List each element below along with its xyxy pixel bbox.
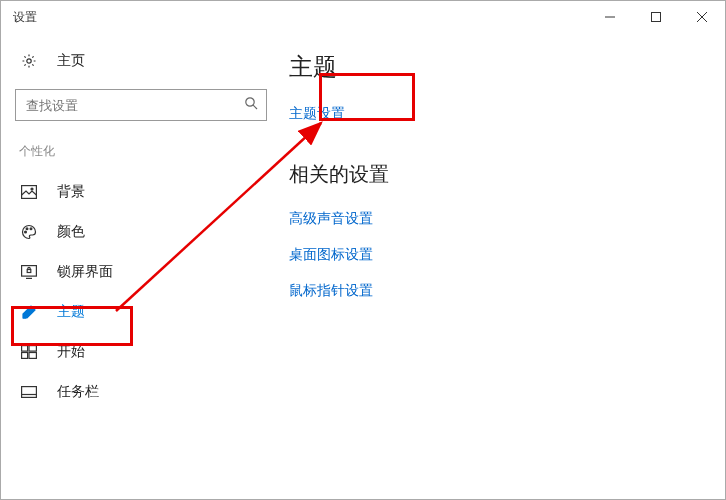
related-link-mouse-pointer[interactable]: 鼠标指针设置	[281, 274, 381, 308]
svg-point-9	[25, 231, 27, 233]
page-heading: 主题	[281, 51, 725, 83]
close-button[interactable]	[679, 1, 725, 33]
nav-item-themes[interactable]: 主题	[1, 292, 281, 332]
svg-rect-18	[29, 353, 36, 359]
svg-rect-17	[22, 353, 28, 359]
window-controls	[587, 1, 725, 33]
section-label: 个性化	[1, 139, 281, 172]
svg-point-4	[27, 59, 31, 63]
search-icon	[244, 96, 258, 114]
nav-item-taskbar[interactable]: 任务栏	[1, 372, 281, 412]
nav-label: 主题	[57, 303, 85, 321]
titlebar: 设置	[1, 1, 725, 33]
theme-icon	[19, 304, 39, 320]
sidebar: 主页 个性化 背景 颜色	[1, 33, 281, 499]
start-icon	[19, 345, 39, 359]
svg-line-6	[253, 105, 257, 109]
related-link-desktop-icons[interactable]: 桌面图标设置	[281, 238, 381, 272]
palette-icon	[19, 224, 39, 240]
minimize-button[interactable]	[587, 1, 633, 33]
nav-item-start[interactable]: 开始	[1, 332, 281, 372]
svg-rect-19	[22, 387, 37, 398]
svg-rect-16	[29, 346, 36, 352]
svg-point-8	[31, 188, 33, 190]
svg-rect-15	[22, 346, 28, 352]
svg-rect-1	[652, 13, 661, 22]
search-box[interactable]	[15, 89, 267, 121]
picture-icon	[19, 185, 39, 199]
nav-label: 颜色	[57, 223, 85, 241]
nav-item-lockscreen[interactable]: 锁屏界面	[1, 252, 281, 292]
theme-settings-link[interactable]: 主题设置	[281, 97, 353, 131]
nav-item-background[interactable]: 背景	[1, 172, 281, 212]
related-heading: 相关的设置	[289, 161, 725, 188]
nav-label: 任务栏	[57, 383, 99, 401]
main-content: 主题 主题设置 相关的设置 高级声音设置 桌面图标设置 鼠标指针设置	[281, 33, 725, 499]
nav-label: 开始	[57, 343, 85, 361]
lockscreen-icon	[19, 265, 39, 279]
search-input[interactable]	[26, 98, 244, 113]
gear-icon	[19, 53, 39, 69]
svg-point-5	[246, 98, 254, 106]
maximize-button[interactable]	[633, 1, 679, 33]
svg-point-10	[26, 228, 28, 230]
nav-label: 锁屏界面	[57, 263, 113, 281]
home-button[interactable]: 主页	[1, 41, 281, 81]
svg-point-11	[30, 228, 32, 230]
nav-item-colors[interactable]: 颜色	[1, 212, 281, 252]
home-label: 主页	[57, 52, 85, 70]
svg-rect-7	[22, 186, 37, 199]
taskbar-icon	[19, 386, 39, 398]
window-title: 设置	[13, 9, 587, 26]
nav-label: 背景	[57, 183, 85, 201]
related-link-sound[interactable]: 高级声音设置	[281, 202, 381, 236]
svg-rect-14	[27, 270, 31, 273]
